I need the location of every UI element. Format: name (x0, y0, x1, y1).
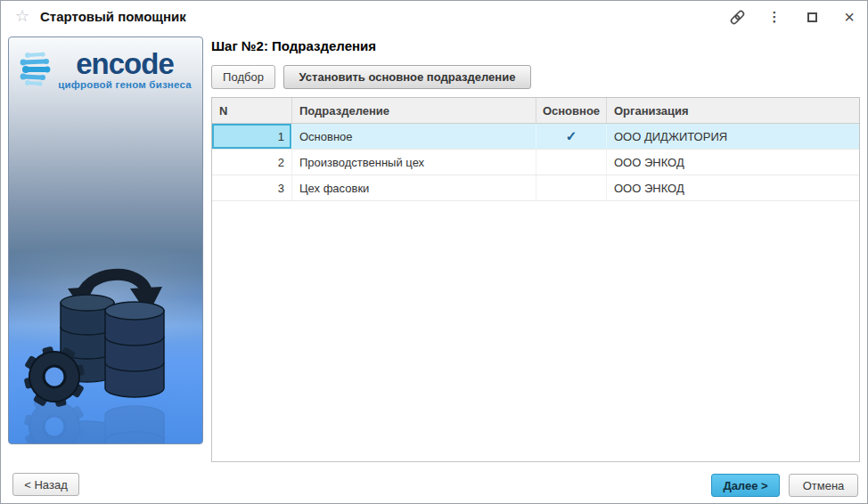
table-row[interactable]: 2 Производственный цех ООО ЭНКОД (212, 150, 859, 175)
table-row[interactable]: 1 Основное ✓ ООО ДИДЖИТОРИЯ (212, 124, 859, 150)
cell-organization[interactable]: ООО ДИДЖИТОРИЯ (607, 124, 859, 149)
table-row[interactable]: 3 Цех фасовки ООО ЭНКОД (212, 175, 859, 201)
brand-name: encode (58, 51, 192, 77)
cell-department[interactable]: Цех фасовки (292, 175, 536, 200)
check-icon: ✓ (566, 128, 577, 144)
cell-department[interactable]: Основное (292, 124, 536, 149)
close-icon[interactable]: × (840, 8, 858, 26)
column-header-organization[interactable]: Организация (607, 98, 859, 123)
cell-main-flag[interactable] (536, 150, 607, 175)
sidebar-illustration (9, 239, 203, 443)
cell-main-flag[interactable]: ✓ (536, 124, 607, 149)
title-bar: ☆ Стартовый помощник ⋮ × (1, 1, 867, 33)
encode-logo: encode цифровой геном бизнеса (9, 50, 202, 91)
cancel-button[interactable]: Отмена (789, 474, 858, 497)
window-controls: ⋮ × (728, 1, 858, 33)
cell-organization[interactable]: ООО ЭНКОД (607, 175, 859, 200)
step-title: Шаг №2: Подразделения (211, 38, 376, 53)
encode-logo-icon (20, 50, 52, 91)
pick-button[interactable]: Подбор (211, 65, 275, 89)
back-button[interactable]: < Назад (12, 473, 79, 496)
next-button[interactable]: Далее > (711, 474, 780, 497)
cell-row-number[interactable]: 2 (212, 150, 292, 175)
cell-row-number[interactable]: 1 (212, 124, 292, 149)
table-header-row: N Подразделение Основное Организация (212, 98, 859, 124)
more-menu-icon[interactable]: ⋮ (766, 8, 783, 26)
column-header-department[interactable]: Подразделение (292, 98, 536, 123)
cell-department[interactable]: Производственный цех (292, 150, 536, 175)
window-title: Стартовый помощник (40, 9, 186, 24)
column-header-n[interactable]: N (212, 98, 292, 123)
sidebar-panel: encode цифровой геном бизнеса (8, 37, 203, 444)
cell-row-number[interactable]: 3 (212, 175, 292, 200)
brand-tagline: цифровой геном бизнеса (58, 79, 192, 90)
maximize-icon[interactable] (803, 8, 821, 26)
set-main-department-button[interactable]: Установить основное подразделение (283, 65, 531, 89)
link-icon[interactable] (728, 8, 746, 26)
cell-main-flag[interactable] (536, 175, 607, 200)
cell-organization[interactable]: ООО ЭНКОД (607, 150, 859, 175)
favorite-star-icon[interactable]: ☆ (15, 7, 29, 25)
departments-table: N Подразделение Основное Организация 1 О… (211, 97, 860, 462)
startup-assistant-window: ☆ Стартовый помощник ⋮ × (0, 0, 868, 504)
column-header-main[interactable]: Основное (536, 98, 607, 123)
